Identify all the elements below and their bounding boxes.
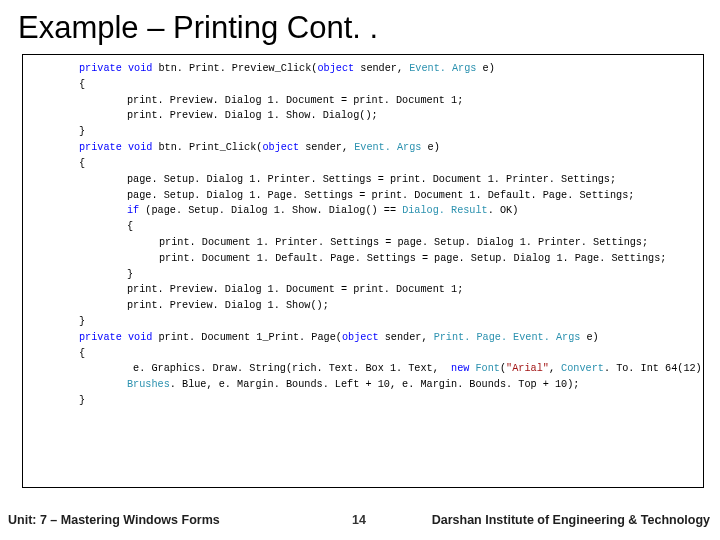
footer-unit: Unit: 7 – Mastering Windows Forms: [0, 513, 329, 527]
code-line: }: [31, 314, 697, 330]
code-line: {: [31, 219, 697, 235]
code-line: {: [31, 156, 697, 172]
slide-footer: Unit: 7 – Mastering Windows Forms 14 Dar…: [0, 500, 720, 540]
code-line: print. Preview. Dialog 1. Document = pri…: [31, 282, 697, 298]
code-line: print. Document 1. Printer. Settings = p…: [31, 235, 697, 251]
code-line: print. Document 1. Default. Page. Settin…: [31, 251, 697, 267]
code-line: Brushes. Blue, e. Margin. Bounds. Left +…: [31, 377, 697, 393]
code-line: print. Preview. Dialog 1. Document = pri…: [31, 93, 697, 109]
footer-page-number: 14: [329, 513, 389, 527]
code-line: page. Setup. Dialog 1. Page. Settings = …: [31, 188, 697, 204]
code-line: if (page. Setup. Dialog 1. Show. Dialog(…: [31, 203, 697, 219]
code-line: }: [31, 393, 697, 409]
code-line: {: [31, 346, 697, 362]
code-line: e. Graphics. Draw. String(rich. Text. Bo…: [31, 361, 697, 377]
code-line: private void btn. Print. Preview_Click(o…: [31, 61, 697, 77]
code-line: print. Preview. Dialog 1. Show. Dialog()…: [31, 108, 697, 124]
code-line: private void btn. Print_Click(object sen…: [31, 140, 697, 156]
code-line: page. Setup. Dialog 1. Printer. Settings…: [31, 172, 697, 188]
code-line: {: [31, 77, 697, 93]
footer-institute: Darshan Institute of Engineering & Techn…: [389, 513, 720, 527]
code-line: private void print. Document 1_Print. Pa…: [31, 330, 697, 346]
code-block: private void btn. Print. Preview_Click(o…: [22, 54, 704, 488]
code-line: }: [31, 267, 697, 283]
code-line: }: [31, 124, 697, 140]
slide-title: Example – Printing Cont. .: [0, 0, 720, 52]
code-line: print. Preview. Dialog 1. Show();: [31, 298, 697, 314]
